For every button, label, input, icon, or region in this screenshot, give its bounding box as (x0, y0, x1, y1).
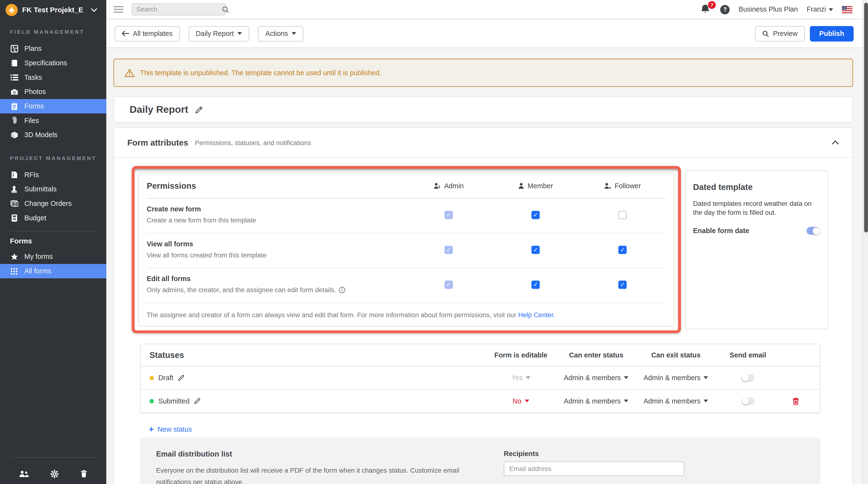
notification-badge: 7 (708, 1, 716, 9)
publish-button[interactable]: Publish (810, 26, 854, 41)
calculator-icon (10, 214, 18, 222)
project-switcher[interactable]: FK Test Projekt_E (0, 0, 106, 19)
admin-role-icon (434, 183, 441, 189)
user-menu[interactable]: Franzi (807, 5, 833, 13)
sidebar-item-3d-models[interactable]: 3D Models (0, 128, 106, 142)
search-input[interactable] (136, 5, 222, 13)
column-header-member: Member (492, 182, 579, 189)
collapse-chevron-up-icon[interactable] (831, 140, 839, 145)
actions-dropdown[interactable]: Actions (258, 26, 304, 41)
language-flag-icon[interactable] (842, 6, 852, 13)
document-icon (10, 171, 18, 179)
checkbox-create-follower[interactable] (618, 211, 627, 219)
sidebar-item-files[interactable]: Files (0, 114, 106, 128)
checkbox-view-member[interactable] (531, 246, 539, 254)
sidebar-item-label: Plans (24, 45, 42, 53)
sidebar-item-label: All forms (24, 267, 51, 275)
project-name: FK Test Projekt_E (22, 5, 86, 14)
sidebar-item-budget[interactable]: Budget (0, 211, 106, 225)
search-box[interactable] (132, 3, 226, 16)
cube-icon (10, 131, 18, 139)
permission-row-edit-all-forms: Edit all forms Only admins, the creator,… (147, 268, 666, 303)
page-title: Daily Report (129, 104, 188, 115)
dated-template-description: Dated templates record weather data on t… (693, 199, 820, 217)
sidebar-item-change-orders[interactable]: Change Orders (0, 196, 106, 211)
app-logo-icon (5, 4, 18, 16)
sidebar-item-label: Budget (24, 214, 46, 222)
sidebar-item-tasks[interactable]: Tasks (0, 70, 106, 85)
sidebar-item-plans[interactable]: Plans (0, 41, 106, 56)
permission-row-view-all-forms: View all forms View all forms created fr… (147, 233, 666, 268)
back-to-templates-button[interactable]: All templates (115, 26, 180, 41)
can-enter-status-dropdown[interactable]: Admin & members (556, 397, 636, 405)
form-editable-dropdown[interactable]: No (486, 397, 557, 405)
form-editable-dropdown[interactable]: Yes (486, 374, 557, 382)
permissions-highlight-outline: Permissions Admin Member Follower (132, 166, 681, 333)
chevron-down-icon (829, 8, 833, 10)
chevron-down-icon (91, 7, 98, 12)
checkbox-edit-member[interactable] (531, 280, 539, 289)
dated-template-title: Dated template (693, 182, 820, 191)
sidebar-item-label: Tasks (24, 73, 42, 81)
help-center-link[interactable]: Help Center. (518, 311, 555, 319)
column-can-enter-status: Can enter status (556, 351, 636, 359)
edit-status-pencil-icon[interactable] (178, 374, 185, 381)
help-icon[interactable]: ? (720, 5, 730, 14)
scrollbar-thumb[interactable] (864, 3, 868, 232)
info-icon[interactable] (339, 287, 346, 293)
new-status-button[interactable]: + New status (149, 424, 192, 434)
trash-icon[interactable] (81, 470, 88, 478)
sidebar-item-label: 3D Models (24, 131, 57, 139)
sidebar-item-label: Forms (24, 102, 44, 110)
enable-form-date-toggle[interactable] (807, 227, 820, 235)
email-distribution-title: Email distribution list (156, 450, 488, 458)
status-color-dot (150, 376, 154, 380)
email-address-input[interactable] (504, 461, 684, 476)
chevron-down-icon (238, 32, 242, 35)
sidebar-item-rfis[interactable]: RFIs (0, 168, 106, 182)
preview-button[interactable]: Preview (755, 26, 805, 41)
checkbox-view-follower[interactable] (618, 246, 627, 254)
send-email-toggle[interactable] (741, 374, 754, 382)
gear-icon[interactable] (51, 470, 59, 478)
send-email-toggle[interactable] (741, 397, 754, 405)
form-attributes-card: Form attributes Permissions, statuses, a… (114, 127, 853, 484)
enable-form-date-label: Enable form date (693, 227, 749, 235)
sidebar-item-my-forms[interactable]: My forms (0, 250, 106, 264)
can-enter-status-dropdown[interactable]: Admin & members (556, 374, 636, 382)
plan-label: Business Plus Plan (739, 5, 798, 13)
column-header-admin: Admin (405, 182, 492, 189)
sidebar-item-forms[interactable]: Forms (0, 99, 106, 114)
paperclip-icon (10, 117, 18, 124)
checkbox-create-member[interactable] (531, 211, 539, 219)
sidebar-item-all-forms[interactable]: All forms (0, 264, 106, 279)
statuses-panel: Statuses Form is editable Can enter stat… (140, 344, 820, 413)
edit-status-pencil-icon[interactable] (194, 397, 201, 405)
email-distribution-section: Email distribution list Everyone on the … (140, 438, 820, 484)
permissions-footer-note: The assignee and creator of a form can a… (147, 303, 666, 330)
checkbox-edit-follower[interactable] (618, 280, 627, 289)
sidebar-item-specifications[interactable]: Specifications (0, 56, 106, 70)
edit-title-pencil-icon[interactable] (195, 105, 203, 114)
sidebar-item-label: Photos (24, 88, 46, 96)
column-can-exit-status: Can exit status (636, 351, 716, 359)
permission-row-create-new-form: Create new form Create a new form from t… (147, 199, 666, 233)
sidebar-item-photos[interactable]: Photos (0, 85, 106, 99)
can-exit-status-dropdown[interactable]: Admin & members (636, 397, 716, 405)
sidebar-item-submittals[interactable]: Submittals (0, 182, 106, 196)
stamp-icon (10, 185, 18, 193)
delete-status-trash-icon[interactable] (780, 397, 811, 405)
column-header-follower: Follower (579, 182, 666, 189)
member-role-icon (518, 183, 524, 189)
task-list-icon (10, 74, 18, 81)
plus-icon: + (149, 424, 154, 434)
menu-icon[interactable] (114, 6, 123, 13)
can-exit-status-dropdown[interactable]: Admin & members (636, 374, 716, 382)
notifications-bell-icon[interactable]: 7 (701, 4, 712, 15)
unpublished-warning-banner: This template is unpublished. The templa… (114, 59, 853, 87)
template-select-dropdown[interactable]: Daily Report (189, 26, 249, 41)
page-scrollbar[interactable] (863, 0, 868, 484)
people-icon[interactable] (19, 470, 28, 477)
warning-text: This template is unpublished. The templa… (140, 69, 381, 77)
recipients-label: Recipients (504, 450, 686, 458)
